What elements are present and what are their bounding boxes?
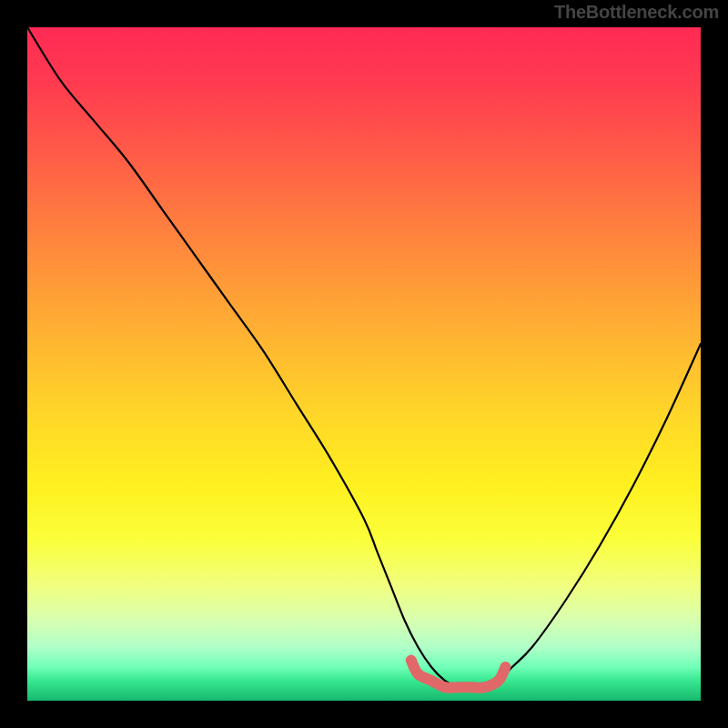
optimal-marker: [411, 661, 506, 688]
bottleneck-curve: [27, 27, 701, 688]
watermark-label: TheBottleneck.com: [554, 2, 719, 23]
chart-frame: TheBottleneck.com: [0, 0, 728, 728]
curve-layer: [27, 27, 701, 701]
plot-area: [27, 27, 701, 701]
